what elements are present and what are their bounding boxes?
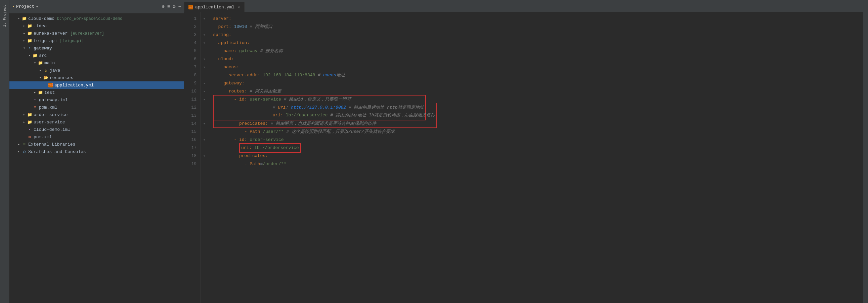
tree-item-test[interactable]: 📁 test [9,89,184,96]
resources-label: resources [50,75,73,80]
gateway-label: gateway [34,46,52,51]
gutter-18: ▾ [201,152,208,160]
gutter-6: ▾ [201,55,208,63]
resources-arrow [38,75,43,80]
tab-name: application.yml [195,5,235,10]
settings-icon[interactable]: ⚙ [173,4,175,9]
eureka-label: eureka-server [eurekaserver] [34,31,104,36]
main-arrow [32,60,38,65]
gutter-15 [201,128,208,136]
user-arrow [22,119,27,125]
gutter-5 [201,47,208,55]
gutter-17 [201,144,208,152]
dropdown-arrow-icon[interactable]: ▾ [36,4,38,9]
tree-item-feign[interactable]: 📁 feign-api [feignapi] [9,37,184,45]
tree-item-user-service[interactable]: 📁 user-service [9,118,184,126]
tree-item-application-yml[interactable]: yml application.yml [9,81,184,89]
eureka-icon: 📁 [27,31,32,36]
project-header: ▪ Project ▾ ⊕ ≡ ⚙ − [9,0,184,13]
gutter-3: ▾ [201,31,208,39]
gutter-16: ▾ [201,136,208,144]
scratches-icon: ⚙ [22,149,27,154]
project-strip-label[interactable]: 1: Project [3,5,7,27]
cloud-iml-icon: ▪ [27,127,32,132]
yml-label: application.yml [54,83,94,88]
code-line-13: uri: lb://userservice # 路由的目标地址 lb就是负载均衡… [213,112,863,120]
tab-yaml-icon: yml [188,5,193,9]
gutter-13 [201,112,208,120]
test-icon: 📁 [38,90,43,95]
src-icon: 📁 [32,53,38,58]
code-line-9: gateway: [213,79,863,87]
tree-item-idea[interactable]: 📁 .idea [9,22,184,30]
code-line-10: routes: # 网关路由配置 [213,87,863,95]
right-scrollbar[interactable] [863,12,868,303]
root-name: cloud-demo D:\pro_workspace\cloud-demo [28,16,122,21]
tree-item-src[interactable]: 📁 src [9,52,184,59]
project-tree: 📁 cloud-demo D:\pro_workspace\cloud-demo… [9,13,184,303]
gateway-iml-label: gateway.iml [39,98,68,103]
test-label: test [44,90,55,95]
idea-folder-icon: 📁 [27,23,32,29]
root-folder-icon: 📁 [22,16,27,21]
tree-item-pom-gateway[interactable]: m pom.xml [9,104,184,111]
ext-libs-arrow [16,142,22,147]
src-arrow [27,53,32,58]
code-line-3: spring: [213,31,863,39]
pom-gateway-icon: m [32,105,38,110]
collapse-icon[interactable]: ≡ [167,4,170,9]
tree-item-gateway-iml[interactable]: ▪ gateway.iml [9,96,184,104]
resources-icon: 📂 [43,75,49,80]
gutter-8 [201,71,208,79]
gutter-4: ▾ [201,39,208,47]
code-line-15: - Path=/user/** # 这个是按照路径匹配，只要以/user/开头就… [213,128,863,136]
ext-libs-label: External Libraries [28,142,75,147]
order-arrow [22,112,27,117]
order-icon: 📁 [27,112,32,117]
tab-close-button[interactable]: ✕ [238,5,240,9]
root-arrow [16,16,22,21]
test-arrow [32,90,38,95]
gutter-10: ▾ [201,87,208,95]
tree-item-cloud-iml[interactable]: ▪ cloud-demo.iml [9,126,184,133]
tree-item-order-service[interactable]: 📁 order-service [9,111,184,118]
yml-icon: yml [49,83,53,87]
tree-item-main[interactable]: 📁 main [9,59,184,66]
tree-item-gateway[interactable]: ▪ gateway [9,45,184,52]
code-line-2: port: 10010 # 网关端口 [213,23,863,31]
code-line-6: cloud: [213,55,863,63]
java-icon: ☕ [43,67,49,73]
main-label: main [44,60,55,65]
tab-bar: yml application.yml ✕ [184,0,868,12]
tree-item-java[interactable]: ☕ java [9,66,184,74]
tree-item-scratches[interactable]: ⚙ Scratches and Consoles [9,148,184,155]
eureka-arrow [22,31,27,36]
close-panel-icon[interactable]: − [178,4,181,9]
tree-item-resources[interactable]: 📂 resources [9,74,184,81]
tree-item-eureka[interactable]: 📁 eureka-server [eurekaserver] [9,30,184,37]
java-arrow [38,67,43,73]
locate-icon[interactable]: ⊕ [162,4,164,9]
code-line-19: - Path=/order/** [213,160,863,168]
code-line-18: predicates: [213,152,863,160]
gateway-iml-icon: ▪ [32,97,38,103]
tree-item-pom-root[interactable]: m pom.xml [9,133,184,141]
gutter-14: ▾ [201,120,208,128]
src-label: src [39,53,47,58]
cloud-iml-label: cloud-demo.iml [34,127,70,132]
gutter-9: ▾ [201,79,208,87]
code-line-17: uri: lb://orderservice [213,144,863,152]
code-line-5: name: gateway # 服务名称 [213,47,863,55]
tree-root[interactable]: 📁 cloud-demo D:\pro_workspace\cloud-demo [9,15,184,22]
user-icon: 📁 [27,119,32,125]
tab-application-yml[interactable]: yml application.yml ✕ [184,2,245,12]
project-panel: ▪ Project ▾ ⊕ ≡ ⚙ − 📁 cloud-demo D:\pro_… [9,0,184,303]
gutter-12 [201,104,208,112]
folder-icon: ▪ [12,4,15,9]
tree-item-ext-libs[interactable]: ≡ External Libraries [9,141,184,148]
idea-arrow [22,23,27,29]
code-editor[interactable]: server: port: 10010 # 网关端口 spring: appli… [208,12,863,303]
code-line-16: - id: order-service [213,136,863,144]
feign-label: feign-api [feignapi] [34,38,84,44]
editor-area: yml application.yml ✕ 1 2 3 4 5 6 7 8 9 … [184,0,868,303]
